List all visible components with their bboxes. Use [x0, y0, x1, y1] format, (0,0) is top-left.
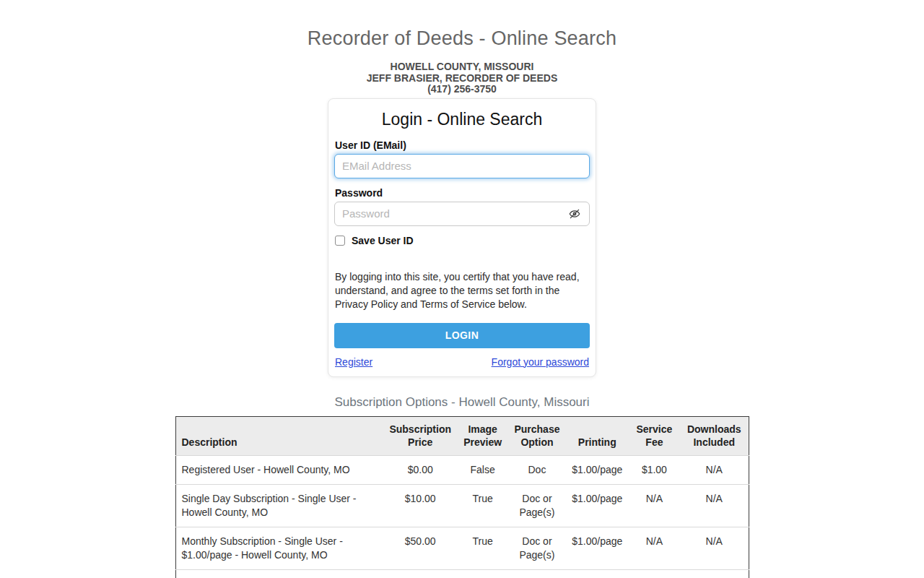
table-row: Single Day Subscription - Single User - … [175, 484, 749, 527]
cell-downloads-included: N/A [680, 527, 749, 569]
login-button[interactable]: LOGIN [334, 323, 590, 348]
cell-purchase-option: Doc [508, 455, 565, 484]
subscription-title: Subscription Options - Howell County, Mi… [0, 395, 924, 410]
eye-slash-icon[interactable] [567, 207, 582, 220]
cell-printing: $1.00/page [566, 527, 629, 569]
column-header-downloads-included: Downloads Included [680, 416, 749, 455]
county-header: HOWELL COUNTY, MISSOURI JEFF BRASIER, RE… [0, 61, 924, 95]
table-row: Registered User - Howell County, MO $0.0… [175, 455, 749, 484]
cell-image-preview: True [457, 484, 508, 527]
cell-printing: $0.75/page [566, 569, 629, 578]
table-row: Monthly Subscription - Single User - $1.… [175, 527, 749, 569]
cell-description: Monthly Subscription - Sharable - $0.75/… [175, 569, 383, 578]
cell-description: Monthly Subscription - Single User - $1.… [175, 527, 383, 569]
cell-service-fee: N/A [629, 484, 680, 527]
cell-printing: $1.00/page [566, 484, 629, 527]
column-header-image-preview: Image Preview [457, 416, 508, 455]
email-field[interactable] [334, 154, 590, 178]
subscription-table: Description Subscription Price Image Pre… [175, 416, 749, 578]
page-title: Recorder of Deeds - Online Search [0, 27, 924, 50]
column-header-service-fee: Service Fee [629, 416, 680, 455]
cell-downloads-included: N/A [680, 569, 749, 578]
cell-subscription-price: $0.00 [383, 455, 457, 484]
forgot-password-link[interactable]: Forgot your password [492, 356, 589, 368]
column-header-purchase-option: Purchase Option [508, 416, 565, 455]
register-link[interactable]: Register [335, 356, 372, 368]
password-field[interactable] [334, 202, 590, 226]
cell-purchase-option: Doc or Page(s) [508, 569, 565, 578]
table-row: Monthly Subscription - Sharable - $0.75/… [175, 569, 749, 578]
cell-downloads-included: N/A [680, 484, 749, 527]
cell-printing: $1.00/page [566, 455, 629, 484]
cell-description: Registered User - Howell County, MO [175, 455, 383, 484]
login-title: Login - Online Search [334, 110, 590, 129]
cell-subscription-price: $50.00 [383, 527, 457, 569]
cell-image-preview: True [457, 527, 508, 569]
cell-purchase-option: Doc or Page(s) [508, 527, 565, 569]
save-user-id-checkbox[interactable] [335, 236, 345, 246]
table-header-row: Description Subscription Price Image Pre… [175, 416, 749, 455]
login-card: Login - Online Search User ID (EMail) Pa… [328, 98, 596, 377]
column-header-description: Description [175, 416, 383, 455]
column-header-printing: Printing [566, 416, 629, 455]
recorder-name: JEFF BRASIER, RECORDER OF DEEDS [0, 73, 924, 85]
cell-downloads-included: N/A [680, 455, 749, 484]
cell-service-fee: N/A [629, 569, 680, 578]
cell-description: Single Day Subscription - Single User - … [175, 484, 383, 527]
cell-purchase-option: Doc or Page(s) [508, 484, 565, 527]
password-label: Password [335, 187, 590, 199]
column-header-subscription-price: Subscription Price [383, 416, 457, 455]
save-user-id-label: Save User ID [352, 235, 414, 246]
user-id-label: User ID (EMail) [335, 139, 590, 151]
county-name: HOWELL COUNTY, MISSOURI [0, 61, 924, 73]
cell-service-fee: N/A [629, 527, 680, 569]
terms-text: By logging into this site, you certify t… [335, 270, 584, 311]
cell-subscription-price: $150.00 [383, 569, 457, 578]
phone-number: (417) 256-3750 [0, 84, 924, 95]
cell-image-preview: False [457, 455, 508, 484]
cell-subscription-price: $10.00 [383, 484, 457, 527]
cell-service-fee: $1.00 [629, 455, 680, 484]
cell-image-preview: True [457, 569, 508, 578]
